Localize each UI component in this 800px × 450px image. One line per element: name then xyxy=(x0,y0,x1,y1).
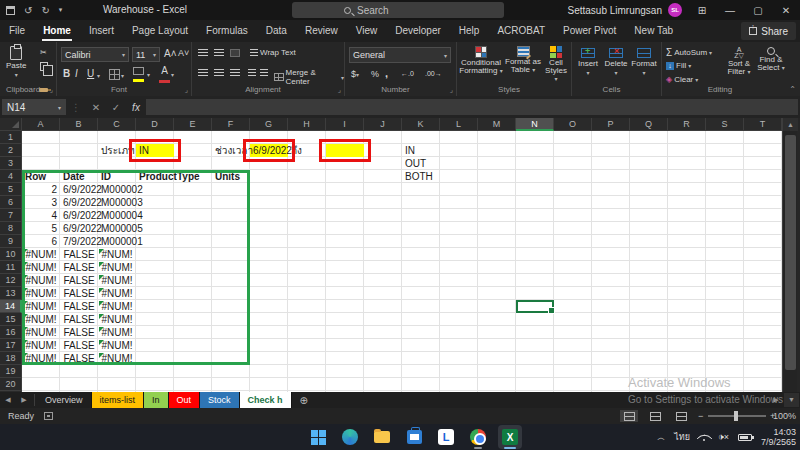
column-header-R[interactable]: R xyxy=(668,118,706,131)
column-header-B[interactable]: B xyxy=(60,118,98,131)
font-dialog-launcher-icon[interactable]: ⌟ xyxy=(185,86,188,94)
page-break-view-button[interactable] xyxy=(672,410,690,422)
cell-K2[interactable]: IN xyxy=(402,144,440,157)
row-header-6[interactable]: 6 xyxy=(0,196,22,209)
sheet-tab-in[interactable]: In xyxy=(144,392,169,408)
row-header-1[interactable]: 1 xyxy=(0,131,22,144)
borders-dropdown-icon[interactable]: ▾ xyxy=(121,71,124,80)
row-header-11[interactable]: 11 xyxy=(0,261,22,274)
l-app-button[interactable]: L xyxy=(434,425,458,449)
ribbon-tab-review[interactable]: Review xyxy=(296,20,347,42)
share-button[interactable]: Share xyxy=(741,22,796,40)
column-header-H[interactable]: H xyxy=(288,118,326,131)
account-area[interactable]: Settasub Limrungsan SL xyxy=(567,0,682,20)
column-header-N[interactable]: N xyxy=(516,118,554,131)
tray-chevron-icon[interactable]: ︿ xyxy=(657,432,665,443)
volume-muted-icon[interactable]: 🕩× xyxy=(718,432,729,443)
format-as-table-button[interactable]: Format asTable ▾ xyxy=(505,46,541,74)
fill-button[interactable]: ↓ Fill▾ xyxy=(666,61,691,70)
sheet-nav-right-icon[interactable]: ▶ xyxy=(16,392,32,408)
middle-align-icon[interactable] xyxy=(214,49,224,57)
font-color-button[interactable]: A xyxy=(159,66,170,84)
page-layout-view-button[interactable] xyxy=(646,410,664,422)
cell-K3[interactable]: OUT xyxy=(402,157,440,170)
increase-decimal-button[interactable]: ←.0 xyxy=(401,70,414,77)
chrome-button[interactable] xyxy=(466,425,490,449)
file-explorer-button[interactable] xyxy=(370,425,394,449)
decrease-decimal-button[interactable]: .00→ xyxy=(425,70,442,77)
font-size-select[interactable]: 11▾ xyxy=(132,47,160,62)
name-box[interactable]: N14 ▾ xyxy=(2,99,66,115)
underline-dropdown-icon[interactable]: ▾ xyxy=(97,71,100,80)
cell-K4[interactable]: BOTH xyxy=(402,170,440,183)
row-header-9[interactable]: 9 xyxy=(0,235,22,248)
column-header-D[interactable]: D xyxy=(136,118,174,131)
italic-button[interactable]: I xyxy=(75,68,78,79)
row-header-2[interactable]: 2 xyxy=(0,144,22,157)
clock[interactable]: 14:03 7/9/2565 xyxy=(761,427,796,447)
zoom-level[interactable]: 100% xyxy=(773,408,796,424)
row-header-16[interactable]: 16 xyxy=(0,326,22,339)
row-header-10[interactable]: 10 xyxy=(0,248,22,261)
row-header-20[interactable]: 20 xyxy=(0,378,22,391)
excel-taskbar-button[interactable]: X xyxy=(498,425,522,449)
ribbon-tab-page-layout[interactable]: Page Layout xyxy=(123,20,197,42)
ribbon-tab-home[interactable]: Home xyxy=(34,20,80,42)
ribbon-tab-file[interactable]: File xyxy=(0,20,34,42)
column-header-T[interactable]: T xyxy=(744,118,782,131)
scroll-up-icon[interactable]: ▲ xyxy=(783,118,798,131)
sheet-tab-overview[interactable]: Overview xyxy=(37,392,92,408)
top-align-icon[interactable] xyxy=(198,49,208,57)
autosum-button[interactable]: Σ AutoSum▾ xyxy=(666,47,712,58)
zoom-out-button[interactable]: − xyxy=(698,408,703,424)
sheet-tab-stock[interactable]: Stock xyxy=(200,392,240,408)
collapse-ribbon-icon[interactable]: ⌃ xyxy=(789,85,796,94)
cell-styles-button[interactable]: CellStyles ▾ xyxy=(543,46,569,83)
borders-button[interactable] xyxy=(109,69,120,80)
conditional-formatting-button[interactable]: ConditionalFormatting ▾ xyxy=(459,46,503,75)
ribbon-tab-new-tab[interactable]: New Tab xyxy=(625,20,682,42)
column-header-I[interactable]: I xyxy=(326,118,364,131)
sort-filter-button[interactable]: AZ▽ Sort &Filter ▾ xyxy=(724,47,754,76)
zoom-slider-knob[interactable] xyxy=(734,411,738,421)
ribbon-tab-help[interactable]: Help xyxy=(450,20,489,42)
edge-button[interactable] xyxy=(338,425,362,449)
formula-input[interactable] xyxy=(146,99,798,115)
vertical-scroll-thumb[interactable] xyxy=(785,135,796,370)
underline-button[interactable]: U xyxy=(87,68,94,79)
row-header-5[interactable]: 5 xyxy=(0,183,22,196)
wifi-icon[interactable] xyxy=(699,433,709,441)
clipboard-dialog-launcher-icon[interactable]: ⌟ xyxy=(50,86,53,94)
insert-cells-button[interactable]: Insert▾ xyxy=(574,48,602,76)
increase-font-button[interactable]: A˄ xyxy=(164,48,177,59)
column-header-A[interactable]: A xyxy=(22,118,60,131)
column-header-J[interactable]: J xyxy=(364,118,402,131)
column-header-O[interactable]: O xyxy=(554,118,592,131)
avatar[interactable]: SL xyxy=(668,3,682,17)
row-header-8[interactable]: 8 xyxy=(0,222,22,235)
macro-record-icon[interactable] xyxy=(44,412,53,420)
wrap-text-button[interactable]: Wrap Text xyxy=(250,48,296,57)
name-box-splitter[interactable]: ⋮ xyxy=(66,102,86,113)
row-header-19[interactable]: 19 xyxy=(0,365,22,378)
row-header-13[interactable]: 13 xyxy=(0,287,22,300)
row-header-15[interactable]: 15 xyxy=(0,313,22,326)
column-header-S[interactable]: S xyxy=(706,118,744,131)
column-header-K[interactable]: K xyxy=(402,118,440,131)
accounting-format-button[interactable]: $▾ xyxy=(351,69,359,79)
row-header-7[interactable]: 7 xyxy=(0,209,22,222)
microsoft-store-button[interactable] xyxy=(402,425,426,449)
fill-color-dropdown-icon[interactable]: ▾ xyxy=(147,70,150,79)
sheet-tab-check-h[interactable]: Check h xyxy=(240,392,292,408)
column-header-Q[interactable]: Q xyxy=(630,118,668,131)
decrease-indent-icon[interactable] xyxy=(248,69,256,77)
sheet-nav-left-icon[interactable]: ◀ xyxy=(0,392,16,408)
format-cells-button[interactable]: Format▾ xyxy=(630,48,658,76)
minimize-button[interactable]: — xyxy=(716,0,744,20)
find-select-button[interactable]: Find &Select ▾ xyxy=(756,47,786,72)
row-header-14[interactable]: 14 xyxy=(0,300,22,313)
copy-button[interactable] xyxy=(40,62,48,71)
cancel-button[interactable]: ✕ xyxy=(86,102,106,113)
ribbon-tab-power-pivot[interactable]: Power Pivot xyxy=(554,20,625,42)
row-header-3[interactable]: 3 xyxy=(0,157,22,170)
